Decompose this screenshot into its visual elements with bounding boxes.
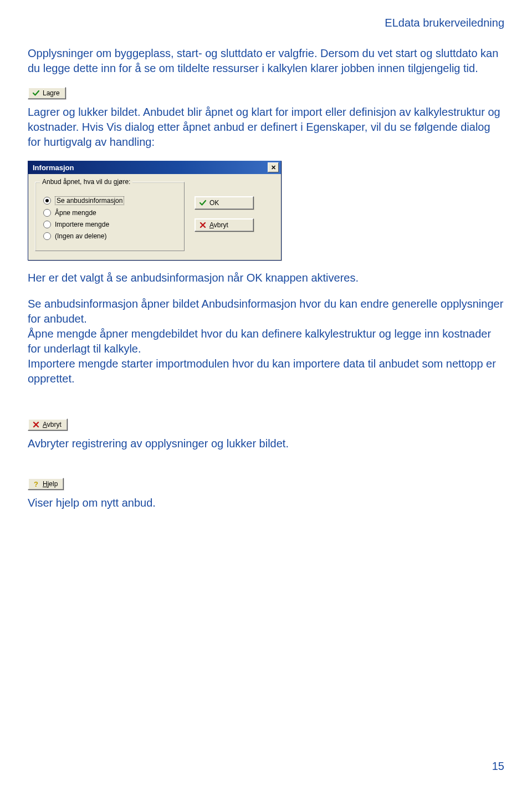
info-dialog: Informasjon ✕ Anbud åpnet, hva vil du gj…	[28, 161, 282, 261]
lagre-button[interactable]: Lagre	[28, 87, 66, 99]
x-icon	[32, 421, 40, 428]
paragraph-avbryt-desc: Avbryter registrering av opplysninger og…	[28, 436, 504, 451]
dialog-groupbox: Anbud åpnet, hva vil du gjøre: Se anbuds…	[35, 182, 185, 251]
hjelp-button[interactable]: ? Hjelp	[28, 478, 64, 490]
radio-label: (Ingen av delene)	[55, 232, 106, 240]
radio-option-3[interactable]: (Ingen av delene)	[43, 232, 176, 240]
radio-label: Importere mengde	[55, 221, 109, 228]
radio-label: Se anbudsinformasjon	[55, 196, 124, 205]
check-icon	[199, 199, 207, 207]
dialog-screenshot: Informasjon ✕ Anbud åpnet, hva vil du gj…	[28, 161, 504, 261]
radio-icon	[43, 221, 51, 228]
radio-option-1[interactable]: Åpne mengde	[43, 209, 176, 217]
page-header: ELdata brukerveiledning	[28, 17, 504, 29]
question-icon: ?	[32, 480, 40, 488]
cancel-button[interactable]: Avbryt	[195, 218, 254, 232]
x-icon	[199, 221, 207, 229]
page-number: 15	[492, 760, 504, 773]
radio-icon	[43, 232, 51, 240]
lagre-button-row: Lagre	[28, 87, 504, 99]
svg-text:?: ?	[34, 480, 38, 488]
paragraph-options-desc: Se anbudsinformasjon åpner bildet Anbuds…	[28, 297, 504, 386]
radio-icon	[43, 197, 51, 205]
avbryt-button[interactable]: Avbryt	[28, 418, 68, 431]
paragraph-lagre-desc: Lagrer og lukker bildet. Anbudet blir åp…	[28, 105, 504, 150]
radio-icon	[43, 209, 51, 217]
dialog-button-column: OK Avbryt	[195, 182, 254, 232]
groupbox-legend: Anbud åpnet, hva vil du gjøre:	[40, 178, 132, 186]
ok-button[interactable]: OK	[195, 196, 254, 210]
paragraph-intro: Opplysninger om byggeplass, start- og sl…	[28, 46, 504, 76]
cancel-button-label: Avbryt	[209, 222, 228, 228]
dialog-title: Informasjon	[33, 164, 74, 172]
paragraph-afterdialog: Her er det valgt å se anbudsinformasjon …	[28, 270, 504, 285]
document-page: ELdata brukerveiledning Opplysninger om …	[0, 0, 532, 786]
radio-option-2[interactable]: Importere mengde	[43, 221, 176, 228]
close-icon[interactable]: ✕	[268, 162, 279, 172]
hjelp-button-label: Hjelp	[43, 481, 58, 487]
radio-option-0[interactable]: Se anbudsinformasjon	[43, 196, 176, 205]
ok-button-label: OK	[209, 200, 219, 206]
dialog-body: Anbud åpnet, hva vil du gjøre: Se anbuds…	[28, 174, 281, 260]
dialog-titlebar: Informasjon ✕	[28, 161, 281, 174]
check-icon	[32, 89, 40, 97]
radio-label: Åpne mengde	[55, 209, 96, 217]
avbryt-button-label: Avbryt	[43, 421, 62, 428]
hjelp-button-row: ? Hjelp	[28, 478, 504, 490]
avbryt-button-row: Avbryt	[28, 418, 504, 431]
lagre-button-label: Lagre	[43, 90, 60, 96]
paragraph-hjelp-desc: Viser hjelp om nytt anbud.	[28, 496, 504, 511]
